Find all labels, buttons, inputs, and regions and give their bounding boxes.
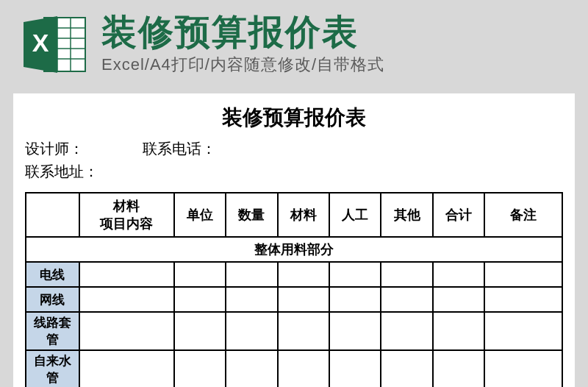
col-qty: 数量 (226, 193, 277, 237)
page-subtitle: Excel/A4打印/内容随意修改/自带格式 (101, 54, 384, 76)
cell (433, 262, 484, 287)
row-name: 自来水管 (26, 350, 79, 387)
info-row-2: 联系地址： (25, 162, 563, 182)
excel-icon: X (22, 13, 88, 76)
cell (79, 287, 174, 312)
cell (174, 262, 226, 287)
cell (484, 312, 562, 350)
document-title: 装修预算报价表 (25, 104, 563, 132)
col-unit: 单位 (174, 193, 226, 237)
col-labor: 人工 (329, 193, 381, 237)
cell (381, 350, 432, 387)
info-row-1: 设计师： 联系电话： (25, 139, 563, 159)
cell (484, 262, 562, 287)
table-row: 自来水管 (26, 350, 562, 387)
cell (174, 312, 226, 350)
table-row: 网线 (26, 287, 562, 312)
cell (226, 287, 277, 312)
header-text: 装修预算报价表 Excel/A4打印/内容随意修改/自带格式 (101, 13, 384, 76)
table-row: 线路套管 (26, 312, 562, 350)
cell (381, 287, 432, 312)
cell (381, 262, 432, 287)
cell (278, 287, 329, 312)
row-name: 网线 (26, 287, 79, 312)
cell (79, 262, 174, 287)
cell (329, 262, 381, 287)
address-label: 联系地址： (25, 163, 98, 180)
col-note: 备注 (484, 193, 562, 237)
col-material: 材料 (278, 193, 329, 237)
svg-text:X: X (32, 29, 49, 57)
cell (226, 350, 277, 387)
col-total: 合计 (433, 193, 484, 237)
cell (484, 350, 562, 387)
budget-table: 材料 项目内容 单位 数量 材料 人工 其他 合计 备注 整体用料部分 电线 网… (25, 192, 563, 387)
page-title: 装修预算报价表 (101, 13, 384, 52)
cell (433, 287, 484, 312)
col-blank (26, 193, 79, 237)
cell (433, 312, 484, 350)
cell (174, 287, 226, 312)
row-name: 线路套管 (26, 312, 79, 350)
cell (329, 312, 381, 350)
cell (381, 312, 432, 350)
cell (278, 262, 329, 287)
table-header-row: 材料 项目内容 单位 数量 材料 人工 其他 合计 备注 (26, 193, 562, 237)
cell (484, 287, 562, 312)
section-label: 整体用料部分 (26, 237, 562, 262)
section-row: 整体用料部分 (26, 237, 562, 262)
cell (278, 312, 329, 350)
cell (329, 350, 381, 387)
cell (79, 312, 174, 350)
page-header: X 装修预算报价表 Excel/A4打印/内容随意修改/自带格式 (0, 0, 588, 86)
col-other: 其他 (381, 193, 432, 237)
cell (226, 312, 277, 350)
cell (329, 287, 381, 312)
designer-label: 设计师： (25, 139, 113, 159)
cell (226, 262, 277, 287)
document-preview: 装修预算报价表 设计师： 联系电话： 联系地址： 材料 项目内容 单位 数量 材… (13, 93, 575, 387)
cell (433, 350, 484, 387)
cell (174, 350, 226, 387)
cell (278, 350, 329, 387)
col-material-item: 材料 项目内容 (79, 193, 174, 237)
row-name: 电线 (26, 262, 79, 287)
phone-label: 联系电话： (143, 139, 216, 159)
cell (79, 350, 174, 387)
table-row: 电线 (26, 262, 562, 287)
